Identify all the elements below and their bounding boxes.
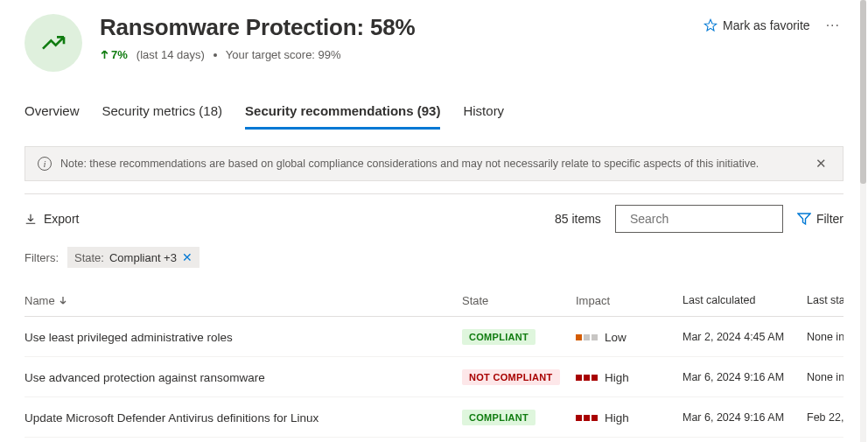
tab-item[interactable]: Security metrics (18) xyxy=(102,96,223,130)
impact-label: Low xyxy=(605,331,626,344)
download-icon xyxy=(24,213,37,225)
impact-dots-icon xyxy=(576,375,598,381)
row-last-calculated: Mar 6, 2024 9:16 AM xyxy=(682,411,807,424)
items-count: 85 items xyxy=(555,212,601,226)
scrollbar-thumb[interactable] xyxy=(860,0,866,184)
filter-button[interactable]: Filter xyxy=(797,212,844,226)
trend-value: 7% xyxy=(111,48,128,61)
filter-icon xyxy=(797,212,811,226)
mark-favorite-button[interactable]: Mark as favorite xyxy=(704,18,810,32)
search-input[interactable] xyxy=(630,212,783,226)
tab-item[interactable]: Overview xyxy=(24,96,80,130)
row-last-state-change: None in 90 d xyxy=(807,371,844,383)
table-header: Name State Impact Last calculated Last s… xyxy=(24,285,844,317)
row-name: Use advanced protection against ransomwa… xyxy=(24,371,462,384)
info-icon: i xyxy=(38,157,52,171)
star-icon xyxy=(704,18,718,32)
impact-label: High xyxy=(605,411,629,424)
impact-dots-icon xyxy=(576,415,598,421)
row-name: Update Microsoft Defender Antivirus defi… xyxy=(24,411,462,424)
more-actions-button[interactable]: ··· xyxy=(822,18,844,33)
state-badge: COMPLIANT xyxy=(462,410,536,425)
trend-up-icon xyxy=(39,29,67,57)
trend-period: (last 14 days) xyxy=(136,48,205,61)
column-last-state-change[interactable]: Last state ch xyxy=(807,294,844,307)
row-name: Use least privileged administrative role… xyxy=(24,331,462,344)
row-impact: Low xyxy=(576,331,682,344)
tab-bar: OverviewSecurity metrics (18)Security re… xyxy=(24,96,844,130)
banner-text: Note: these recommendations are based on… xyxy=(60,158,759,170)
filters-label: Filters: xyxy=(24,251,59,264)
vertical-scrollbar[interactable] xyxy=(860,0,866,442)
row-last-state-change: Feb 22, 2024 xyxy=(807,411,844,424)
target-score: Your target score: 99% xyxy=(226,48,341,61)
tab-item[interactable]: History xyxy=(463,96,504,130)
row-state: NOT COMPLIANT xyxy=(462,369,576,385)
row-state: COMPLIANT xyxy=(462,329,576,345)
table-row[interactable]: Use advanced protection against ransomwa… xyxy=(24,357,844,397)
export-button[interactable]: Export xyxy=(24,212,79,226)
sort-down-icon xyxy=(59,294,67,307)
search-box[interactable] xyxy=(615,205,783,233)
state-badge: COMPLIANT xyxy=(462,329,536,345)
state-badge: NOT COMPLIANT xyxy=(462,369,560,385)
separator-dot xyxy=(214,53,217,57)
table-row[interactable]: Use least privileged administrative role… xyxy=(24,317,844,357)
impact-dots-icon xyxy=(576,334,598,340)
column-state[interactable]: State xyxy=(462,294,576,307)
chip-value: Compliant +3 xyxy=(109,251,177,264)
favorite-label: Mark as favorite xyxy=(723,18,810,32)
chip-prefix: State: xyxy=(74,251,104,264)
arrow-up-icon xyxy=(100,50,109,60)
row-last-state-change: None in 90 d xyxy=(807,331,844,343)
row-impact: High xyxy=(576,371,682,384)
column-impact[interactable]: Impact xyxy=(576,294,682,307)
filter-chip[interactable]: State: Compliant +3 ✕ xyxy=(67,247,200,268)
row-state: COMPLIANT xyxy=(462,410,576,425)
chip-remove-icon[interactable]: ✕ xyxy=(182,250,192,264)
row-last-calculated: Mar 2, 2024 4:45 AM xyxy=(682,331,807,343)
tab-item[interactable]: Security recommendations (93) xyxy=(245,96,440,130)
row-last-calculated: Mar 6, 2024 9:16 AM xyxy=(682,371,807,383)
filter-label: Filter xyxy=(816,212,844,226)
table-row[interactable]: Update Microsoft Defender Antivirus defi… xyxy=(24,438,844,442)
impact-label: High xyxy=(605,371,629,384)
info-banner: i Note: these recommendations are based … xyxy=(24,146,844,181)
column-last-calculated[interactable]: Last calculated xyxy=(682,294,807,307)
page-title: Ransomware Protection: 58% xyxy=(100,14,704,41)
column-name[interactable]: Name xyxy=(24,294,462,307)
export-label: Export xyxy=(44,212,79,226)
trend-indicator: 7% xyxy=(100,48,128,61)
table-row[interactable]: Update Microsoft Defender Antivirus defi… xyxy=(24,397,844,438)
row-impact: High xyxy=(576,411,682,424)
banner-close-button[interactable]: ✕ xyxy=(812,156,830,172)
trend-badge xyxy=(24,14,82,72)
